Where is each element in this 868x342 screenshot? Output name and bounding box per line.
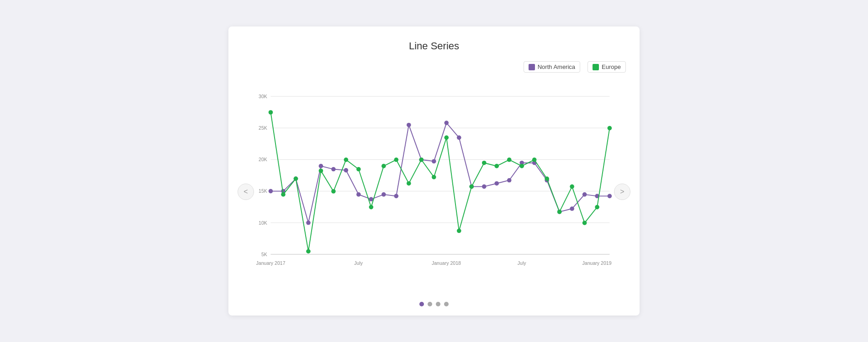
eu-dot (294, 177, 298, 181)
europe-line (271, 112, 610, 251)
na-dot (269, 189, 273, 194)
eu-dot (407, 181, 411, 186)
eu-dot (419, 158, 424, 162)
svg-text:5K: 5K (261, 252, 267, 257)
line-chart-svg: 30K 25K 20K 15K 10K 5K (254, 77, 614, 296)
svg-text:July: July (354, 260, 363, 266)
eu-dot (444, 136, 449, 140)
legend-europe: Europe (587, 61, 626, 73)
na-dot (444, 121, 449, 125)
na-dot (457, 136, 461, 140)
na-dot (507, 178, 512, 183)
na-dot (394, 194, 399, 199)
eu-dot (394, 158, 399, 162)
svg-text:January 2018: January 2018 (432, 260, 461, 266)
legend-label-europe: Europe (602, 63, 621, 70)
na-dot (407, 123, 411, 127)
na-dot (356, 192, 361, 197)
na-dot (344, 168, 349, 173)
eu-dot (557, 210, 562, 214)
chart-wrapper: < 30K 25K 20K 15K 10K 5K (238, 77, 630, 306)
legend-color-north-america (529, 64, 535, 70)
pagination-dot-4[interactable] (444, 302, 449, 306)
legend-label-north-america: North America (538, 63, 575, 70)
eu-dot (482, 161, 487, 165)
na-dot (494, 181, 499, 186)
pagination-dot-1[interactable] (419, 302, 424, 306)
na-dot (331, 167, 336, 172)
eu-dot (432, 175, 436, 179)
svg-text:20K: 20K (259, 157, 267, 162)
eu-dot (306, 249, 311, 254)
eu-dot (381, 164, 386, 168)
eu-dot (507, 158, 512, 162)
eu-dot (595, 205, 599, 210)
eu-dot (356, 167, 361, 172)
legend-north-america: North America (524, 61, 580, 73)
na-dot (306, 221, 311, 225)
eu-dot (457, 229, 461, 233)
na-dot (608, 194, 612, 199)
na-dot (381, 192, 386, 197)
pagination-dots (254, 302, 614, 306)
eu-dot (344, 158, 349, 162)
next-button[interactable]: > (614, 184, 630, 200)
chart-title: Line Series (238, 40, 630, 52)
svg-text:July: July (518, 260, 527, 266)
eu-dot (608, 126, 612, 131)
eu-dot (281, 192, 286, 197)
prev-button[interactable]: < (238, 184, 254, 200)
chart-area: 30K 25K 20K 15K 10K 5K (254, 77, 614, 306)
na-dot (319, 164, 323, 168)
eu-dot (494, 164, 499, 168)
eu-dot (532, 158, 537, 162)
na-dot (482, 184, 487, 189)
eu-dot (369, 205, 374, 210)
svg-text:25K: 25K (259, 125, 267, 131)
chart-panel: Line Series North America Europe < 30K 2… (228, 26, 640, 316)
eu-dot (319, 168, 323, 173)
svg-text:January 2017: January 2017 (256, 260, 286, 266)
pagination-dot-3[interactable] (436, 302, 440, 306)
eu-dot (570, 184, 574, 189)
svg-text:January 2019: January 2019 (582, 260, 612, 266)
eu-dot (269, 110, 273, 115)
eu-dot (545, 177, 549, 181)
pagination-dot-2[interactable] (428, 302, 432, 306)
eu-dot (469, 184, 474, 189)
svg-text:10K: 10K (259, 220, 267, 226)
eu-dot (331, 189, 336, 194)
eu-dot (519, 164, 524, 168)
na-dot (582, 192, 587, 197)
na-dot (570, 206, 574, 211)
na-dot (432, 159, 436, 163)
svg-text:30K: 30K (259, 94, 267, 99)
eu-dot (582, 221, 587, 225)
svg-text:15K: 15K (259, 188, 267, 194)
legend-color-europe (593, 64, 599, 70)
chart-legend: North America Europe (238, 61, 630, 73)
